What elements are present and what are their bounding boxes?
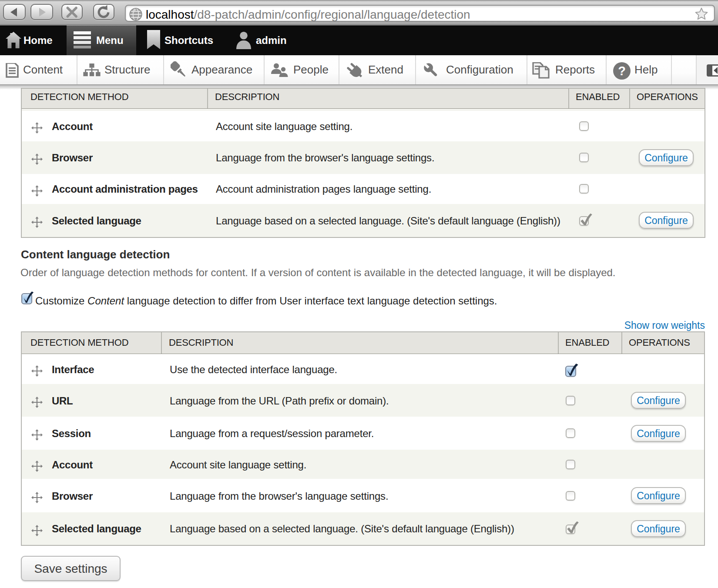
svg-text:?: ? (618, 64, 626, 78)
